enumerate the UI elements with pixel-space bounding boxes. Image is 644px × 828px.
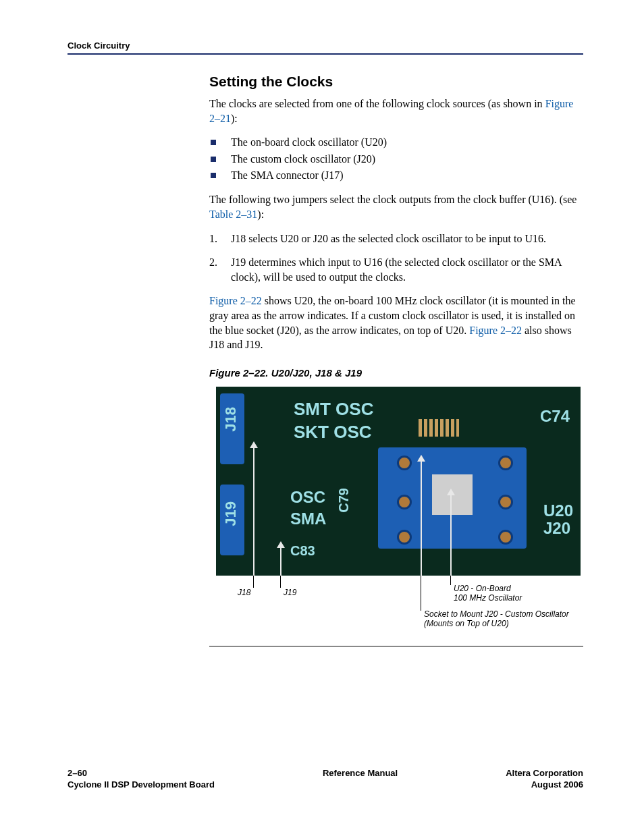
footer-page: 2–60 xyxy=(68,768,87,778)
silk-smt-osc: SMT OSC xyxy=(294,399,373,420)
page-header: Clock Circuitry xyxy=(68,40,583,55)
intro-paragraph: The clocks are selected from one of the … xyxy=(209,96,583,126)
arrow-j19 xyxy=(280,547,281,576)
arrow-j18 xyxy=(253,447,254,576)
callout-line xyxy=(253,576,254,588)
footer-product: Cyclone II DSP Development Board xyxy=(68,779,215,790)
link-figure-2-22-a[interactable]: Figure 2–22 xyxy=(209,295,262,306)
pin-row xyxy=(419,419,459,437)
intro-text-a: The clocks are selected from one of the … xyxy=(209,98,545,109)
callout-sock-a: Socket to Mount J20 - Custom Oscillator xyxy=(424,609,569,619)
footer-company: Altera Corporation xyxy=(506,768,583,778)
pad xyxy=(498,456,513,470)
list-item: The SMA connector (J17) xyxy=(209,168,583,183)
footer-left: 2–60 Cyclone II DSP Development Board xyxy=(68,767,215,791)
jumper-text-a: The following two jumpers select the clo… xyxy=(209,194,576,205)
figure-description: Figure 2–22 shows U20, the on-board 100 … xyxy=(209,294,583,352)
pad xyxy=(397,456,412,470)
callout-j19: J19 xyxy=(284,588,296,597)
figure-callouts: J18 J19 U20 - On-Board 100 MHz Oscillato… xyxy=(216,576,581,636)
board-photo: J18 J19 SMT OSC SKT OSC OSC SMA C79 C83 … xyxy=(216,387,581,576)
silk-u20: U20 xyxy=(543,501,573,520)
silk-osc: OSC xyxy=(290,488,325,507)
figure-2-22: J18 J19 SMT OSC SKT OSC OSC SMA C79 C83 … xyxy=(209,387,583,646)
callout-sock-b: (Mounts on Top of U20) xyxy=(424,619,509,628)
main-content: Setting the Clocks The clocks are select… xyxy=(209,74,583,646)
silk-j19: J19 xyxy=(222,501,240,526)
list-item: The custom clock oscillator (J20) xyxy=(209,152,583,167)
callout-u20-a: U20 - On-Board xyxy=(454,584,511,593)
arrow-socket xyxy=(421,461,422,576)
pad xyxy=(498,495,513,509)
list-item: The on-board clock oscillator (U20) xyxy=(209,135,583,150)
silk-c79: C79 xyxy=(336,488,352,513)
jumper-text-b: ): xyxy=(257,209,264,220)
intro-text-b: ): xyxy=(231,113,238,124)
arrow-u20 xyxy=(450,495,452,576)
clock-sources-list: The on-board clock oscillator (U20) The … xyxy=(209,135,583,183)
silk-sma: SMA xyxy=(290,509,326,528)
page-footer: 2–60 Cyclone II DSP Development Board Re… xyxy=(68,767,583,791)
footer-right: Altera Corporation August 2006 xyxy=(506,767,583,791)
callout-u20-b: 100 MHz Oscillator xyxy=(454,593,522,603)
callout-line xyxy=(421,576,421,611)
silk-skt-osc: SKT OSC xyxy=(294,422,372,443)
header-section: Clock Circuitry xyxy=(68,40,130,51)
callout-j18: J18 xyxy=(238,588,250,597)
pad xyxy=(498,530,513,545)
silk-j18: J18 xyxy=(222,407,240,432)
link-figure-2-22-b[interactable]: Figure 2–22 xyxy=(469,325,522,336)
pad xyxy=(397,530,412,545)
footer-date: August 2006 xyxy=(531,779,583,790)
jumper-paragraph: The following two jumpers select the clo… xyxy=(209,192,583,221)
jumper-list: J18 selects U20 or J20 as the selected c… xyxy=(209,231,583,285)
figure-caption: Figure 2–22. U20/J20, J18 & J19 xyxy=(209,367,583,379)
pad xyxy=(397,495,412,509)
footer-center: Reference Manual xyxy=(323,767,398,791)
callout-line xyxy=(280,576,281,588)
silk-c83: C83 xyxy=(290,543,315,559)
silk-c74: C74 xyxy=(540,407,570,426)
silk-j20: J20 xyxy=(543,519,570,538)
list-item: J19 determines which input to U16 (the s… xyxy=(209,255,583,284)
callout-line xyxy=(450,576,451,585)
section-title: Setting the Clocks xyxy=(209,74,583,90)
footer-center-label: Reference Manual xyxy=(323,768,398,778)
list-item: J18 selects U20 or J20 as the selected c… xyxy=(209,231,583,246)
link-table-2-31[interactable]: Table 2–31 xyxy=(209,209,257,220)
